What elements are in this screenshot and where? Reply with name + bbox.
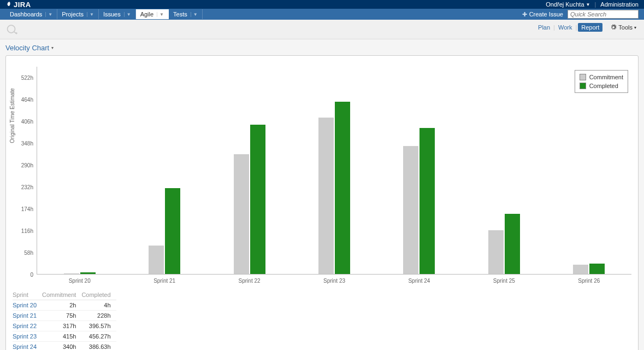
legend-label: Commitment — [589, 73, 623, 81]
bar-completed[interactable] — [80, 272, 96, 274]
user-name: Ondřej Kuchta — [546, 1, 584, 8]
ytick: 0 — [30, 272, 33, 278]
chart-legend: Commitment Completed — [575, 70, 628, 93]
bar-commitment[interactable] — [573, 265, 588, 274]
svg-point-0 — [8, 25, 15, 33]
bar-group — [403, 128, 435, 274]
topbar: JIRA Ondřej Kuchta ▼ | Administration — [0, 0, 644, 9]
navbar: Dashboards▼ Projects▼ Issues▼ Agile▼ Tes… — [0, 9, 644, 20]
bar-completed[interactable] — [505, 214, 520, 274]
xtick: Sprint 24 — [408, 278, 430, 284]
bar-group — [573, 264, 605, 274]
legend-swatch-icon — [580, 74, 586, 80]
nav-agile[interactable]: Agile▼ — [136, 9, 169, 19]
tools-label: Tools — [618, 24, 633, 31]
view-plan[interactable]: Plan — [536, 23, 552, 32]
bar-group — [318, 102, 350, 274]
bar-group — [149, 188, 180, 274]
quick-search-input[interactable] — [568, 10, 639, 19]
nav-label: Tests — [173, 11, 187, 18]
nav-issues[interactable]: Issues▼ — [99, 9, 136, 19]
cell-completed: 456.27h — [81, 331, 116, 342]
bar-commitment[interactable] — [318, 118, 334, 274]
jira-bug-icon — [5, 1, 12, 8]
xtick: Sprint 25 — [493, 278, 515, 284]
xtick: Sprint 22 — [239, 278, 261, 284]
bar-completed[interactable] — [420, 128, 435, 274]
cell-completed: 228h — [81, 311, 116, 321]
bar-completed[interactable] — [589, 264, 605, 274]
ytick: 522h — [21, 75, 33, 81]
legend-commitment: Commitment — [580, 73, 623, 81]
chevron-down-icon: ▼ — [586, 2, 590, 7]
cell-commitment: 75h — [42, 311, 81, 321]
ytick: 290h — [21, 162, 33, 168]
table-row: Sprint 202h4h — [13, 300, 116, 311]
ytick: 348h — [21, 141, 33, 147]
tools-menu[interactable]: Tools ▾ — [608, 23, 639, 32]
nav-projects[interactable]: Projects▼ — [57, 9, 99, 19]
ytick: 116h — [21, 228, 33, 234]
administration-link[interactable]: Administration — [600, 1, 639, 8]
table-header: Commitment — [42, 290, 81, 300]
xtick: Sprint 20 — [69, 278, 91, 284]
create-issue-label: Create Issue — [529, 11, 563, 18]
ytick: 406h — [21, 119, 33, 125]
bar-commitment[interactable] — [403, 146, 418, 274]
plot-area: Commitment Completed Sprint 20Sprint 21S… — [37, 67, 631, 275]
user-menu[interactable]: Ondřej Kuchta ▼ — [546, 1, 590, 8]
view-work[interactable]: Work — [556, 23, 574, 32]
sprint-link[interactable]: Sprint 21 — [13, 312, 37, 319]
bar-group — [234, 125, 265, 274]
chevron-down-icon: ▼ — [191, 12, 198, 17]
chevron-down-icon: ▼ — [124, 12, 131, 17]
sprint-link[interactable]: Sprint 24 — [13, 343, 37, 350]
legend-swatch-icon — [580, 83, 586, 89]
loop-icon — [5, 23, 21, 37]
chart-selector[interactable]: Velocity Chart ▾ — [5, 44, 639, 52]
xtick: Sprint 26 — [578, 278, 600, 284]
chart-panel: Original Time Estimate 058h116h174h232h2… — [5, 55, 639, 350]
table-row: Sprint 22317h396.57h — [13, 321, 116, 331]
nav-left: Dashboards▼ Projects▼ Issues▼ Agile▼ Tes… — [5, 9, 203, 19]
cell-commitment: 415h — [42, 331, 81, 342]
table-row: Sprint 2175h228h — [13, 311, 116, 321]
sprint-link[interactable]: Sprint 23 — [13, 333, 37, 340]
xtick: Sprint 23 — [323, 278, 345, 284]
chevron-down-icon: ▾ — [51, 45, 54, 50]
nav-dashboards[interactable]: Dashboards▼ — [5, 9, 57, 19]
create-issue-button[interactable]: ✚ Create Issue — [522, 11, 563, 18]
jira-logo[interactable]: JIRA — [5, 1, 31, 9]
table-row: Sprint 23415h456.27h — [13, 331, 116, 342]
sprint-link[interactable]: Sprint 22 — [13, 323, 37, 329]
bar-completed[interactable] — [335, 102, 350, 274]
nav-tests[interactable]: Tests▼ — [169, 9, 203, 19]
velocity-chart: Original Time Estimate 058h116h174h232h2… — [13, 67, 631, 275]
bar-completed[interactable] — [250, 125, 265, 274]
gear-icon — [610, 24, 617, 31]
sprint-link[interactable]: Sprint 20 — [13, 302, 37, 308]
bar-commitment[interactable] — [64, 273, 79, 274]
cell-completed: 386.63h — [81, 342, 116, 351]
bar-commitment[interactable] — [149, 246, 164, 274]
view-report[interactable]: Report — [578, 23, 602, 32]
chevron-down-icon: ▼ — [45, 12, 52, 17]
bar-commitment[interactable] — [234, 154, 249, 274]
separator: | — [553, 24, 555, 31]
chart-selector-label: Velocity Chart — [5, 44, 49, 52]
separator: | — [594, 1, 596, 8]
view-switcher: Plan | Work | Report Tools ▾ — [536, 23, 639, 32]
yaxis: 058h116h174h232h290h348h406h464h522h — [13, 67, 37, 275]
table-header: Completed — [81, 290, 116, 300]
chevron-down-icon: ▾ — [634, 25, 636, 30]
bar-completed[interactable] — [165, 188, 180, 274]
ytick: 464h — [21, 97, 33, 103]
separator: | — [575, 24, 577, 31]
chart-title-row: Velocity Chart ▾ — [0, 39, 644, 55]
cell-commitment: 340h — [42, 342, 81, 351]
bar-commitment[interactable] — [488, 230, 504, 274]
nav-label: Agile — [140, 11, 153, 18]
product-name: JIRA — [14, 1, 31, 9]
xtick: Sprint 21 — [153, 278, 175, 284]
bar-group — [64, 272, 96, 274]
